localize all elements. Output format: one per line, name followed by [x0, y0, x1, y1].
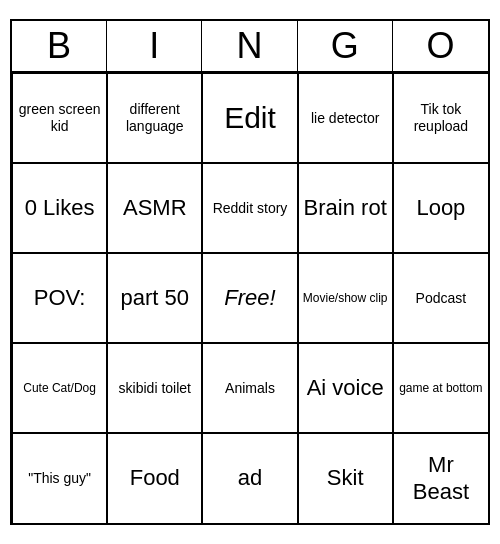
bingo-cell-15[interactable]: Cute Cat/Dog: [12, 343, 107, 433]
bingo-cell-18[interactable]: Ai voice: [298, 343, 393, 433]
bingo-cell-22[interactable]: ad: [202, 433, 297, 523]
bingo-cell-11[interactable]: part 50: [107, 253, 202, 343]
bingo-cell-10[interactable]: POV:: [12, 253, 107, 343]
bingo-cell-1[interactable]: different language: [107, 73, 202, 163]
bingo-cell-9[interactable]: Loop: [393, 163, 488, 253]
bingo-cell-16[interactable]: skibidi toilet: [107, 343, 202, 433]
bingo-cell-4[interactable]: Tik tok reupload: [393, 73, 488, 163]
bingo-letter: I: [107, 21, 202, 71]
bingo-cell-3[interactable]: lie detector: [298, 73, 393, 163]
bingo-cell-0[interactable]: green screen kid: [12, 73, 107, 163]
bingo-cell-14[interactable]: Podcast: [393, 253, 488, 343]
bingo-cell-23[interactable]: Skit: [298, 433, 393, 523]
bingo-letter: G: [298, 21, 393, 71]
bingo-cell-21[interactable]: Food: [107, 433, 202, 523]
bingo-cell-7[interactable]: Reddit story: [202, 163, 297, 253]
bingo-card: BINGO green screen kiddifferent language…: [10, 19, 490, 525]
bingo-letter: N: [202, 21, 297, 71]
bingo-cell-5[interactable]: 0 Likes: [12, 163, 107, 253]
bingo-cell-2[interactable]: Edit: [202, 73, 297, 163]
bingo-cell-8[interactable]: Brain rot: [298, 163, 393, 253]
bingo-cell-17[interactable]: Animals: [202, 343, 297, 433]
bingo-cell-12[interactable]: Free!: [202, 253, 297, 343]
bingo-grid: green screen kiddifferent languageEditli…: [12, 73, 488, 523]
bingo-cell-20[interactable]: "This guy": [12, 433, 107, 523]
bingo-cell-6[interactable]: ASMR: [107, 163, 202, 253]
bingo-cell-24[interactable]: Mr Beast: [393, 433, 488, 523]
bingo-letter: O: [393, 21, 488, 71]
bingo-header: BINGO: [12, 21, 488, 73]
bingo-cell-13[interactable]: Movie/show clip: [298, 253, 393, 343]
bingo-letter: B: [12, 21, 107, 71]
bingo-cell-19[interactable]: game at bottom: [393, 343, 488, 433]
